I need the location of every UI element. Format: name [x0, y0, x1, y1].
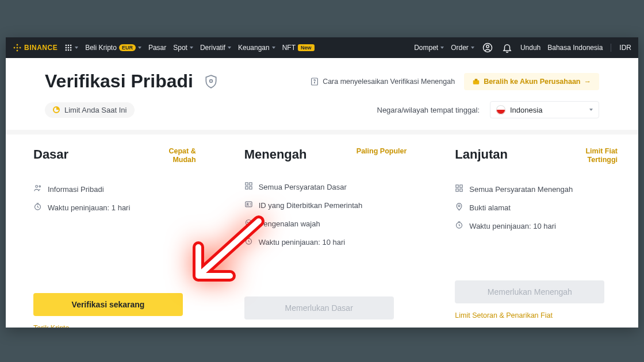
- country-select[interactable]: Indonesia: [490, 101, 599, 118]
- chevron-down-icon: [272, 47, 275, 49]
- pill-label: Limit Anda Saat Ini: [64, 106, 126, 114]
- tiers-row: Dasar Cepat & Mudah Informasi Pribadi Wa…: [6, 130, 638, 328]
- tier-tag: Limit Fiat Tertinggi: [566, 147, 618, 164]
- nav-nft[interactable]: NFTNew: [282, 44, 315, 52]
- user-icon: [33, 184, 42, 194]
- svg-point-11: [210, 79, 213, 82]
- briefcase-icon: [472, 78, 480, 86]
- page-title: Verifikasi Pribadi: [45, 71, 193, 92]
- tier-requirement: Pengenalan wajah: [244, 218, 407, 229]
- nav-finance[interactable]: Keuangan: [238, 44, 275, 52]
- nav-separator: [611, 44, 611, 52]
- nav-markets[interactable]: Pasar: [148, 44, 166, 52]
- nav-download[interactable]: Unduh: [520, 44, 540, 52]
- tier-requirement: Semua Persyaratan Menengah: [455, 184, 618, 194]
- grid-icon: [64, 44, 72, 52]
- page-header: Verifikasi Pribadi Cara menyelesaikan Ve…: [6, 58, 638, 130]
- brand-logo[interactable]: BINANCE: [13, 43, 57, 52]
- nav-language[interactable]: Bahasa Indonesia: [547, 44, 603, 52]
- app-window: BINANCE Beli Kripto EUR Pasar Spot Deriv…: [6, 37, 638, 328]
- current-limit-pill[interactable]: Limit Anda Saat Ini: [45, 102, 135, 118]
- button-label: Beralih ke Akun Perusahaan: [484, 78, 580, 86]
- requirement-text: Bukti alamat: [469, 203, 511, 212]
- tier-requirement: Waktu peninjauan: 1 hari: [33, 202, 196, 213]
- nav-currency[interactable]: IDR: [619, 44, 631, 52]
- svg-rect-4: [68, 47, 69, 48]
- tier-requirement: Bukti alamat: [455, 202, 618, 213]
- svg-rect-14: [473, 80, 480, 84]
- tier-sublink[interactable]: Tarik Kripto: [33, 324, 196, 328]
- nav-label: NFT: [282, 44, 296, 52]
- chevron-down-icon: [589, 109, 593, 111]
- nav-label: Derivatif: [200, 44, 225, 52]
- svg-point-25: [246, 220, 251, 226]
- svg-point-10: [486, 45, 489, 48]
- question-doc-icon: [310, 77, 319, 86]
- chevron-down-icon: [190, 47, 193, 49]
- svg-rect-6: [66, 49, 67, 51]
- svg-point-16: [36, 186, 38, 188]
- clock-icon: [33, 202, 42, 213]
- requirement-text: Waktu peninjauan: 10 hari: [259, 238, 346, 247]
- svg-rect-3: [66, 47, 67, 48]
- grid-icon: [244, 182, 253, 192]
- nav-label: IDR: [619, 44, 631, 52]
- nav-derivatives[interactable]: Derivatif: [200, 44, 231, 52]
- tier-menengah: Menengah Paling Populer Semua Persyarata…: [217, 147, 428, 328]
- svg-rect-8: [70, 49, 71, 51]
- requirement-list: Semua Persyaratan Dasar ID yang Diterbit…: [244, 182, 407, 247]
- notifications-icon[interactable]: [501, 41, 513, 54]
- tier-requirement: Waktu peninjauan: 10 hari: [455, 221, 618, 231]
- link-howto[interactable]: Cara menyelesaikan Verifikasi Menengah: [310, 77, 455, 86]
- svg-rect-23: [246, 202, 252, 207]
- nav-wallet[interactable]: Dompet: [414, 44, 444, 52]
- progress-dot-icon: [53, 106, 60, 113]
- switch-enterprise-button[interactable]: Beralih ke Akun Perusahaan →: [464, 73, 599, 90]
- tier-requirement: Semua Persyaratan Dasar: [244, 182, 407, 192]
- flag-indonesia-icon: [496, 105, 505, 114]
- requirement-text: Informasi Pribadi: [48, 185, 104, 194]
- face-icon: [244, 218, 253, 229]
- svg-point-33: [458, 205, 460, 207]
- eur-badge: EUR: [119, 44, 136, 51]
- svg-rect-21: [246, 187, 248, 189]
- tier-sublink[interactable]: Limit Setoran & Penarikan Fiat: [455, 311, 618, 319]
- svg-rect-31: [456, 189, 458, 191]
- tier-requirement: Informasi Pribadi: [33, 184, 196, 194]
- svg-rect-22: [249, 187, 251, 189]
- nav-label: Bahasa Indonesia: [547, 44, 603, 52]
- country-name: Indonesia: [510, 106, 542, 114]
- tier-cta-button: Memerlukan Menengah: [455, 280, 604, 303]
- requirement-text: Semua Persyaratan Dasar: [259, 183, 347, 191]
- shield-icon: [204, 74, 218, 89]
- top-nav: BINANCE Beli Kripto EUR Pasar Spot Deriv…: [6, 37, 638, 58]
- tier-requirement: ID yang Diterbitkan Pemerintah: [244, 200, 407, 210]
- tier-cta-button[interactable]: Verifikasi sekarang: [33, 293, 183, 316]
- svg-point-17: [39, 186, 41, 187]
- chevron-down-icon: [471, 47, 474, 49]
- brand-name: BINANCE: [24, 44, 57, 52]
- requirement-text: Waktu peninjauan: 1 hari: [48, 203, 130, 212]
- nav-apps[interactable]: [64, 44, 78, 52]
- svg-rect-0: [66, 45, 67, 46]
- account-icon[interactable]: [481, 41, 494, 54]
- tier-name: Menengah: [244, 147, 307, 162]
- svg-point-13: [315, 82, 315, 83]
- nav-spot[interactable]: Spot: [173, 44, 193, 52]
- id-icon: [244, 200, 253, 210]
- tier-lanjutan: Lanjutan Limit Fiat Tertinggi Semua Pers…: [427, 147, 638, 328]
- nav-label: Keuangan: [238, 44, 270, 52]
- requirement-text: Waktu peninjauan: 10 hari: [469, 222, 556, 230]
- requirement-text: Pengenalan wajah: [259, 219, 320, 228]
- svg-rect-15: [475, 79, 478, 80]
- arrow-right-icon: →: [584, 78, 592, 86]
- tier-dasar: Dasar Cepat & Mudah Informasi Pribadi Wa…: [6, 147, 217, 328]
- nav-buy-crypto[interactable]: Beli Kripto EUR: [85, 44, 141, 52]
- tier-requirement: Waktu peninjauan: 10 hari: [244, 237, 407, 247]
- nav-orders[interactable]: Order: [451, 44, 474, 52]
- nav-label: Pasar: [148, 44, 166, 52]
- requirement-text: ID yang Diterbitkan Pemerintah: [259, 201, 363, 210]
- tier-name: Lanjutan: [455, 147, 508, 162]
- svg-point-27: [250, 222, 250, 222]
- svg-rect-5: [70, 47, 71, 48]
